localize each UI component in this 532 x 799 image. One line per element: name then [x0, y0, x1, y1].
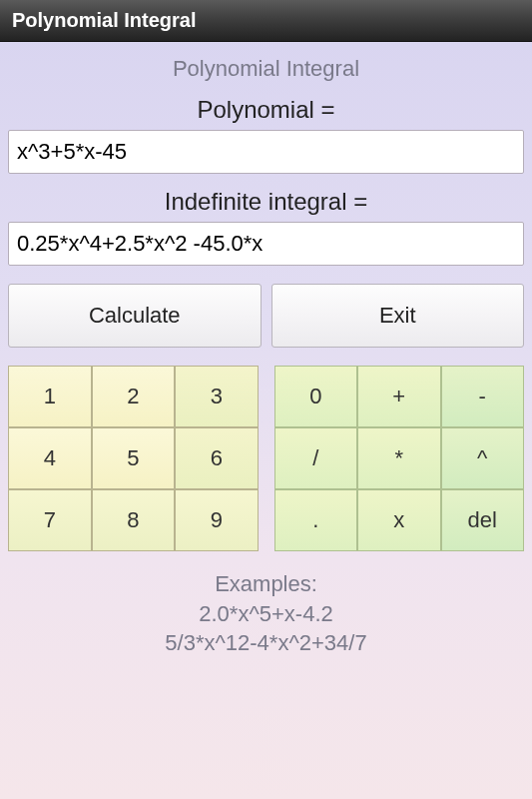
key-power[interactable]: ^ [441, 427, 525, 489]
key-1[interactable]: 1 [8, 366, 92, 427]
number-pad: 1 2 3 4 5 6 7 8 9 [8, 366, 259, 551]
integral-output[interactable] [8, 222, 524, 266]
key-multiply[interactable]: * [357, 427, 441, 489]
polynomial-input[interactable] [8, 130, 524, 174]
key-7[interactable]: 7 [8, 489, 92, 551]
examples-block: Examples: 2.0*x^5+x-4.2 5/3*x^12-4*x^2+3… [8, 569, 524, 658]
key-del[interactable]: del [441, 489, 525, 551]
window-title: Polynomial Integral [12, 9, 196, 32]
examples-line-1: 2.0*x^5+x-4.2 [8, 599, 524, 629]
examples-line-2: 5/3*x^12-4*x^2+34/7 [8, 628, 524, 658]
integral-label: Indefinite integral = [8, 188, 524, 216]
operator-pad: 0 + - / * ^ . x del [274, 366, 525, 551]
action-row: Calculate Exit [8, 284, 524, 348]
key-2[interactable]: 2 [92, 366, 176, 427]
keypad-area: 1 2 3 4 5 6 7 8 9 0 + - / * ^ . x del [8, 366, 524, 551]
key-4[interactable]: 4 [8, 427, 92, 489]
page-subtitle: Polynomial Integral [8, 56, 524, 82]
key-0[interactable]: 0 [274, 366, 358, 427]
examples-header: Examples: [8, 569, 524, 599]
key-3[interactable]: 3 [175, 366, 259, 427]
key-minus[interactable]: - [441, 366, 525, 427]
key-5[interactable]: 5 [92, 427, 176, 489]
main-content: Polynomial Integral Polynomial = Indefin… [0, 42, 532, 799]
exit-button[interactable]: Exit [271, 284, 525, 348]
key-x[interactable]: x [357, 489, 441, 551]
key-8[interactable]: 8 [92, 489, 176, 551]
key-9[interactable]: 9 [175, 489, 259, 551]
polynomial-label: Polynomial = [8, 96, 524, 124]
window-titlebar: Polynomial Integral [0, 0, 532, 42]
key-divide[interactable]: / [274, 427, 358, 489]
key-dot[interactable]: . [274, 489, 358, 551]
calculate-button[interactable]: Calculate [8, 284, 262, 348]
key-6[interactable]: 6 [175, 427, 259, 489]
key-plus[interactable]: + [357, 366, 441, 427]
